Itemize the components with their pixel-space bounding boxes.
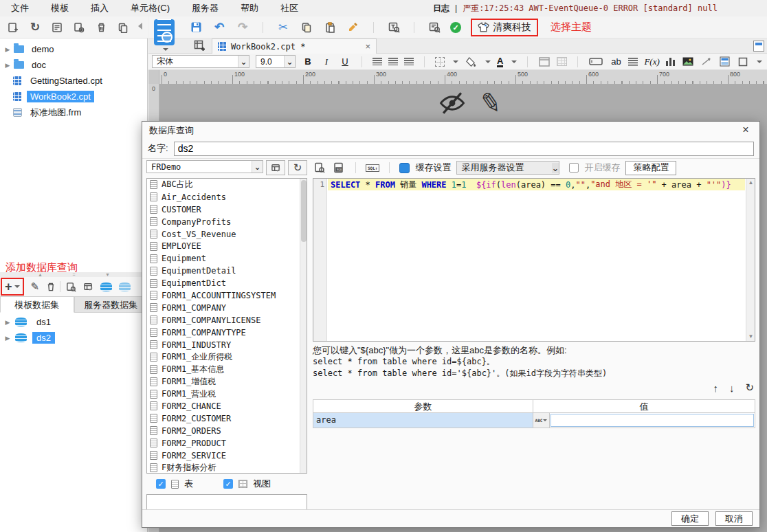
menu-item[interactable]: 帮助 xyxy=(230,0,269,16)
find-text-button[interactable] xyxy=(386,20,401,35)
new-report-button[interactable] xyxy=(5,20,21,35)
enable-cache-checkbox[interactable] xyxy=(569,163,579,173)
table-list-item[interactable]: FORM1_COMPANYLICENSE xyxy=(147,314,307,326)
connection-close-icon[interactable] xyxy=(119,282,131,291)
collapse-panel-arrow-icon[interactable] xyxy=(138,23,142,30)
rich-text-button[interactable] xyxy=(628,58,638,66)
chevron-down-icon[interactable] xyxy=(453,60,458,63)
tree-item-report[interactable]: GettingStarted.cpt xyxy=(0,73,148,89)
report-block-button[interactable] xyxy=(719,54,731,69)
toggle-right-panel-icon[interactable] xyxy=(753,41,764,52)
dataset-name[interactable]: ds2 xyxy=(32,332,55,344)
preview-query-button[interactable] xyxy=(313,161,326,175)
align-right-button[interactable] xyxy=(404,58,414,65)
edit-connection-button[interactable] xyxy=(266,160,285,175)
cache-icon[interactable] xyxy=(399,163,410,173)
font-size-select[interactable]: 9.0 ⌄ xyxy=(256,55,296,68)
table-list-item[interactable]: FORM1_INDUSTRY xyxy=(147,339,307,351)
scroll-down-icon[interactable]: ▼ xyxy=(746,333,755,341)
strategy-config-button[interactable]: 策略配置 xyxy=(625,161,676,175)
table-list-item[interactable]: FORM1_ACCOUNTTINGSYSTEM xyxy=(147,289,307,302)
chevron-down-icon[interactable] xyxy=(757,60,762,63)
undo-button[interactable]: ↶ xyxy=(212,20,227,35)
underline-button[interactable]: U xyxy=(339,56,351,68)
tree-item-label[interactable]: doc xyxy=(28,59,49,71)
connection-pool-icon[interactable] xyxy=(100,282,112,291)
edit-connection-button[interactable] xyxy=(83,282,93,292)
ok-button[interactable]: 确定 xyxy=(671,511,709,526)
font-color-button[interactable]: A xyxy=(497,56,503,67)
formula-button[interactable]: F(x) xyxy=(644,56,659,67)
expand-arrow-icon[interactable]: ▶ xyxy=(3,335,12,342)
chevron-down-icon[interactable] xyxy=(511,60,517,63)
table-list-item[interactable]: CUSTOMER xyxy=(147,203,307,216)
param-value-input[interactable] xyxy=(551,414,754,427)
unmerge-cells-button[interactable] xyxy=(557,57,567,66)
add-dataset-button[interactable]: + xyxy=(1,278,24,296)
table-list-item[interactable]: FORM2_ORDERS xyxy=(147,425,307,437)
borders-button[interactable] xyxy=(435,57,445,67)
cancel-button[interactable]: 取消 xyxy=(715,511,753,526)
chevron-down-icon[interactable] xyxy=(485,60,491,63)
format-painter-button[interactable] xyxy=(346,20,361,35)
table-list-item[interactable]: Equipment xyxy=(147,252,307,265)
move-up-icon[interactable]: ↑ xyxy=(713,382,718,394)
table-list-item[interactable]: FORM1_基本信息 xyxy=(147,363,307,375)
table-list-item[interactable]: FORM2_PRODUCT xyxy=(147,437,307,450)
log-label[interactable]: 日志 xyxy=(433,3,449,14)
table-list-item[interactable]: FORM1_营业税 xyxy=(147,388,307,400)
tree-item-label[interactable]: demo xyxy=(28,43,58,55)
merge-cells-button[interactable] xyxy=(538,54,551,69)
report-properties-button[interactable] xyxy=(49,20,65,35)
insert-line-button[interactable] xyxy=(700,54,713,69)
table-list-item[interactable]: Cost_VS_Revenue xyxy=(147,228,307,241)
param-type-selector[interactable]: ABC xyxy=(533,413,550,428)
chevron-down-icon[interactable] xyxy=(163,48,168,51)
tree-item-report-selected[interactable]: WorkBook2.cpt xyxy=(0,89,148,104)
table-list-item[interactable]: FORM1_COMPANYTYPE xyxy=(147,326,307,339)
tree-item-label[interactable]: 标准地图.frm xyxy=(27,106,85,120)
table-list-item[interactable]: Air_Accidents xyxy=(147,191,307,203)
font-family-select[interactable]: 宋体 ⌄ xyxy=(152,55,249,68)
refresh-directory-button[interactable]: ↻ xyxy=(27,20,43,35)
datasource-panel-icon[interactable] xyxy=(154,19,175,45)
dataset-name[interactable]: ds1 xyxy=(32,316,55,328)
expand-arrow-icon[interactable]: ▶ xyxy=(3,319,12,326)
refresh-params-icon[interactable]: ↻ xyxy=(745,381,754,394)
connection-select[interactable]: FRDemo ⌄ xyxy=(146,160,263,173)
sql-scrollbar[interactable]: ▲ ▼ xyxy=(746,179,755,341)
menu-item[interactable]: 模板 xyxy=(40,0,80,16)
table-list-item[interactable]: FORM2_CHANCE xyxy=(147,400,307,412)
dataset-item[interactable]: ▶ ds1 xyxy=(0,314,148,330)
tab-server-datasets[interactable]: 服务器数据集 xyxy=(74,296,148,313)
sql-current-line[interactable]: SELECT * FROM 销量 WHERE 1=1 ${if(len(area… xyxy=(328,179,745,190)
scrollbar-thumb[interactable] xyxy=(301,180,307,242)
text-widget-button[interactable]: ab xyxy=(610,56,622,68)
move-down-icon[interactable]: ↓ xyxy=(729,382,735,394)
paste-button[interactable] xyxy=(322,20,337,35)
splitter-down-icon[interactable]: ▼ xyxy=(105,272,110,277)
parameter-row[interactable]: area ABC xyxy=(313,413,755,428)
bold-button[interactable]: B xyxy=(302,56,314,68)
preview-dataset-button[interactable] xyxy=(66,282,76,292)
splitter-up-icon[interactable]: ▲ xyxy=(38,272,43,277)
table-list-item[interactable]: FORM2_CUSTOMER xyxy=(147,412,307,425)
expand-arrow-icon[interactable]: ▶ xyxy=(3,62,12,69)
settings-gear-icon[interactable] xyxy=(71,20,87,35)
menu-item[interactable]: 服务器 xyxy=(181,0,230,16)
delete-dataset-button[interactable] xyxy=(46,282,56,292)
table-list-scrollbar[interactable] xyxy=(300,179,307,473)
edit-dataset-button[interactable]: ✎ xyxy=(31,280,40,293)
tab-workbook2[interactable]: WorkBook2.cpt * × xyxy=(212,38,377,54)
tree-item-folder[interactable]: ▶ doc xyxy=(0,57,148,73)
fill-color-button[interactable] xyxy=(465,54,477,69)
tree-item-label[interactable]: GettingStarted.cpt xyxy=(27,75,106,87)
cache-mode-select[interactable]: 采用服务器设置 ⌄ xyxy=(456,161,559,175)
refresh-connection-button[interactable]: ↻ xyxy=(288,160,307,175)
panel-splitter[interactable]: ▲ = ▼ xyxy=(0,272,148,277)
format-sql-button[interactable]: SQL↑ xyxy=(366,164,379,172)
table-list-item[interactable]: FORM1_COMPANY xyxy=(147,302,307,314)
table-list-item[interactable]: EMPLOYEE xyxy=(147,240,307,252)
redo-button[interactable]: ↷ xyxy=(235,20,250,35)
delete-file-button[interactable] xyxy=(93,20,109,35)
